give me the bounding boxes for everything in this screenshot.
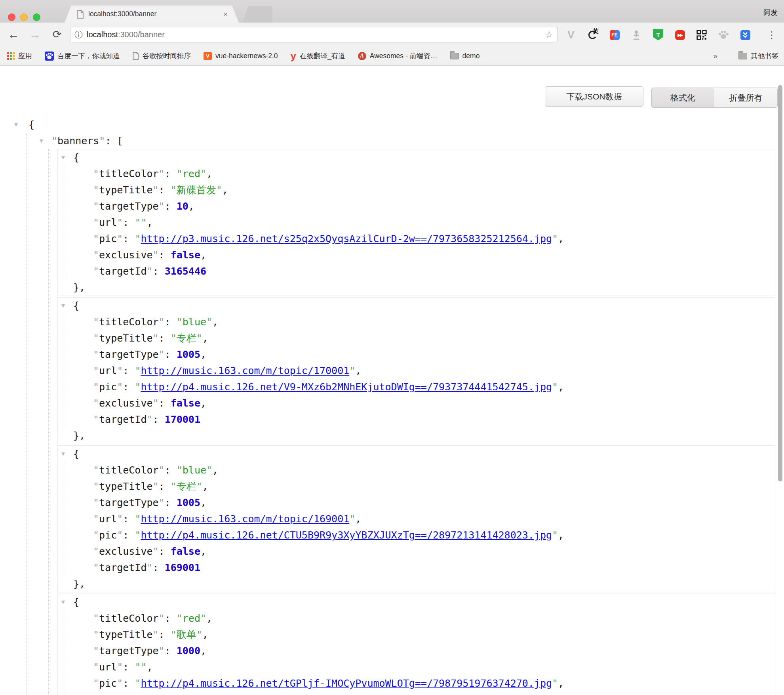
collapse-triangle-icon[interactable]: ▼ bbox=[61, 594, 65, 610]
browser-window: localhost:3000/banner × 阿发 ← → ⟳ ⓘ local… bbox=[0, 0, 784, 695]
tab-title: localhost:3000/banner bbox=[88, 10, 223, 18]
json-link[interactable]: http://p4.music.126.net/tGPljf-IMOCyPvum… bbox=[141, 678, 552, 689]
json-link[interactable]: http://music.163.com/m/topic/169001 bbox=[141, 513, 349, 525]
json-link[interactable]: http://music.163.com/m/topic/170001 bbox=[141, 365, 349, 376]
zoom-window-button[interactable] bbox=[33, 13, 40, 21]
fe-helper-icon[interactable]: FE bbox=[607, 27, 622, 42]
json-row: }, bbox=[73, 576, 775, 592]
fast-forward-icon[interactable]: ▶▶ bbox=[672, 27, 687, 42]
view-mode-button-group: 格式化 折叠所有 bbox=[651, 88, 778, 108]
json-line-titleColor: "titleColor": "blue", bbox=[93, 314, 775, 330]
reload-button[interactable]: ⟳ bbox=[48, 26, 66, 43]
json-object-box: ▼{"titleColor": "blue","typeTitle": "专栏"… bbox=[57, 445, 775, 592]
json-line-url: "url": "", bbox=[93, 659, 775, 675]
json-line-targetId: "targetId": 169001 bbox=[93, 559, 775, 576]
bookmark-star-icon[interactable]: ☆ bbox=[545, 29, 553, 40]
json-object-box: ▼{"titleColor": "red","typeTitle": "歌单",… bbox=[57, 594, 775, 695]
close-window-button[interactable] bbox=[8, 13, 15, 21]
other-bookmarks[interactable]: 其他书签 bbox=[738, 46, 778, 65]
download-json-button[interactable]: 下载JSON数据 bbox=[545, 86, 643, 107]
profile-name[interactable]: 阿发 bbox=[763, 8, 778, 17]
json-row: }, bbox=[73, 279, 775, 296]
json-line-url: "url": "http://music.163.com/m/topic/170… bbox=[93, 363, 775, 379]
back-button[interactable]: ← bbox=[5, 26, 22, 43]
bookmark-google-sort[interactable]: 谷歌按时间排序 bbox=[133, 51, 191, 61]
new-tab-button[interactable] bbox=[242, 6, 272, 23]
json-row: ▼"banners": [ bbox=[51, 133, 784, 149]
tree-guide-line bbox=[66, 611, 66, 695]
url-bar[interactable]: ⓘ localhost:3000/banner ☆ bbox=[70, 27, 558, 42]
json-object-box: ▼{"titleColor": "red","typeTitle": "新碟首发… bbox=[57, 149, 775, 296]
collapse-triangle-icon[interactable]: ▼ bbox=[61, 149, 65, 166]
browser-toolbar: ← → ⟳ ⓘ localhost:3000/banner ☆ V 英 FE T bbox=[0, 23, 784, 46]
json-line-targetType: "targetType": 1000, bbox=[93, 643, 775, 659]
json-line-exclusive: "exclusive": false bbox=[93, 691, 775, 695]
awesomes-a-icon: A bbox=[358, 52, 366, 60]
json-line-url: "url": "", bbox=[93, 214, 775, 231]
url-path: :3000/banner bbox=[118, 30, 165, 39]
translate-english-icon[interactable]: 英 bbox=[585, 27, 600, 42]
person-icon bbox=[629, 27, 644, 42]
json-line-targetType: "targetType": 1005, bbox=[93, 346, 775, 363]
json-line-pic: "pic": "http://p4.music.126.net/V9-MXz6b… bbox=[93, 379, 775, 395]
bookmark-apps[interactable]: 应用 bbox=[7, 51, 32, 61]
json-line-url: "url": "http://music.163.com/m/topic/169… bbox=[93, 511, 775, 527]
paw-print-icon[interactable] bbox=[716, 27, 731, 42]
tree-guide-line bbox=[66, 166, 66, 280]
json-row: ▼{ bbox=[73, 149, 775, 166]
green-shield-icon[interactable]: T bbox=[651, 27, 666, 42]
json-row: ▼{ bbox=[29, 116, 784, 133]
vue-devtools-icon[interactable]: V bbox=[563, 27, 578, 42]
json-line-targetType: "targetType": 1005, bbox=[93, 495, 775, 511]
bookmarks-bar: 应用 百度一下，你就知道 谷歌按时间排序 V vue-hackernews-2.… bbox=[0, 46, 784, 66]
json-link[interactable]: http://p3.music.126.net/s25q2x5QyqsAzilC… bbox=[141, 233, 552, 244]
json-line-pic: "pic": "http://p3.music.126.net/s25q2x5Q… bbox=[93, 231, 775, 247]
collapse-triangle-icon[interactable]: ▼ bbox=[61, 446, 65, 462]
json-line-typeTitle: "typeTitle": "歌单", bbox=[93, 626, 775, 643]
json-line-exclusive: "exclusive": false, bbox=[93, 247, 775, 263]
json-row: ▼{ bbox=[73, 298, 775, 314]
collapse-triangle-icon[interactable]: ▼ bbox=[14, 116, 18, 133]
minimize-window-button[interactable] bbox=[20, 13, 28, 21]
json-line-titleColor: "titleColor": "red", bbox=[93, 166, 775, 182]
collapse-triangle-icon[interactable]: ▼ bbox=[61, 298, 65, 314]
json-line-typeTitle: "typeTitle": "新碟首发", bbox=[93, 182, 775, 198]
bookmarks-overflow-chevron[interactable]: » bbox=[713, 46, 717, 65]
url-host: localhost bbox=[87, 30, 118, 39]
tab-strip: localhost:3000/banner × 阿发 bbox=[0, 0, 784, 23]
json-link[interactable]: http://p4.music.126.net/CTU5B9R9y3XyYBZX… bbox=[141, 529, 552, 541]
bookmark-awesomes[interactable]: A Awesomes - 前端资… bbox=[358, 51, 438, 61]
baidu-paw-icon bbox=[45, 52, 54, 61]
page-icon bbox=[133, 52, 139, 60]
apps-grid-icon bbox=[7, 52, 15, 60]
json-line-targetId: "targetId": 3165446 bbox=[93, 263, 775, 279]
vertical-scrollbar[interactable] bbox=[778, 85, 782, 481]
json-line-typeTitle: "typeTitle": "专栏", bbox=[93, 330, 775, 346]
collapse-triangle-icon[interactable]: ▼ bbox=[40, 133, 43, 149]
browser-tab[interactable]: localhost:3000/banner × bbox=[65, 6, 239, 23]
forward-button: → bbox=[26, 26, 44, 43]
json-object-box: ▼{"titleColor": "blue","typeTitle": "专栏"… bbox=[57, 297, 775, 444]
qr-code-icon[interactable] bbox=[694, 27, 709, 42]
folder-icon bbox=[450, 53, 459, 59]
bookmark-vue-hackernews[interactable]: V vue-hackernews-2.0 bbox=[204, 52, 278, 60]
page-content: 下载JSON数据 格式化 折叠所有 ▼{▼"banners": [▼{"titl… bbox=[0, 66, 784, 695]
json-line-titleColor: "titleColor": "blue", bbox=[93, 462, 775, 478]
bookmark-demo-folder[interactable]: demo bbox=[450, 52, 480, 60]
tab-close-icon[interactable]: × bbox=[223, 10, 228, 18]
json-line-targetId: "targetId": 170001 bbox=[93, 411, 775, 428]
page-info-icon[interactable]: ⓘ bbox=[74, 29, 83, 40]
tree-guide-line bbox=[66, 462, 66, 576]
blue-chevrons-icon[interactable] bbox=[738, 27, 753, 42]
kebab-menu-icon[interactable]: ⋮ bbox=[766, 27, 778, 42]
bookmark-baidu[interactable]: 百度一下，你就知道 bbox=[45, 51, 120, 61]
bookmark-youdao[interactable]: y 在线翻译_有道 bbox=[291, 51, 345, 61]
page-favicon-icon bbox=[76, 10, 84, 19]
folder-icon bbox=[738, 53, 747, 59]
youdao-y-icon: y bbox=[291, 52, 296, 60]
collapse-all-button[interactable]: 折叠所有 bbox=[714, 88, 778, 108]
tree-guide-line bbox=[66, 314, 66, 428]
format-button[interactable]: 格式化 bbox=[651, 88, 714, 108]
json-row: }, bbox=[73, 428, 775, 444]
json-link[interactable]: http://p4.music.126.net/V9-MXz6b2MNhEKju… bbox=[141, 381, 552, 393]
